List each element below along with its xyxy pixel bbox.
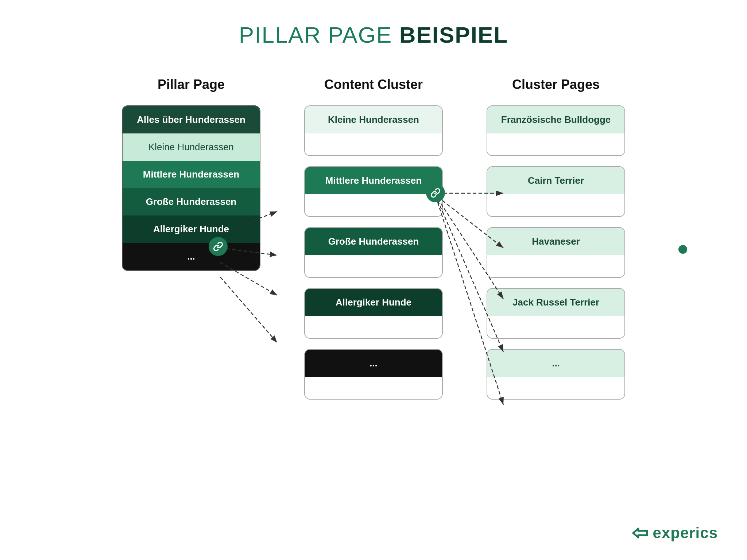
page-box-1: Cairn Terrier bbox=[487, 166, 625, 217]
cluster-box-0: Kleine Hunderassen bbox=[304, 105, 443, 156]
green-dot bbox=[678, 245, 687, 254]
page-body-3 bbox=[487, 316, 624, 338]
page-body-2 bbox=[487, 255, 624, 277]
diagram-area: Pillar Page Alles über Hunderassen Klein… bbox=[0, 77, 747, 410]
page-header-0: Französische Bulldogge bbox=[487, 106, 624, 133]
page-box-3: Jack Russel Terrier bbox=[487, 288, 625, 339]
pillar-column: Pillar Page Alles über Hunderassen Klein… bbox=[122, 77, 260, 271]
link-icon-left bbox=[209, 237, 228, 256]
pillar-heading: Pillar Page bbox=[158, 77, 225, 92]
title-thin: PILLAR PAGE bbox=[239, 22, 392, 47]
cluster-box-3: Allergiker Hunde bbox=[304, 288, 443, 339]
pillar-box: Alles über Hunderassen Kleine Hunderasse… bbox=[122, 105, 260, 271]
pillar-item-0: Alles über Hunderassen bbox=[123, 106, 260, 133]
page-body-1 bbox=[487, 194, 624, 216]
pillar-item-1: Kleine Hunderassen bbox=[123, 133, 260, 161]
cluster-column: Content Cluster Kleine Hunderassen Mittl… bbox=[304, 77, 443, 410]
logo: experics bbox=[630, 524, 718, 542]
link-icon-right bbox=[426, 183, 445, 202]
pages-heading: Cluster Pages bbox=[512, 77, 600, 92]
pillar-item-2: Mittlere Hunderassen bbox=[123, 161, 260, 188]
cluster-body-1 bbox=[305, 194, 442, 216]
logo-icon bbox=[630, 526, 650, 540]
cluster-header-1: Mittlere Hunderassen bbox=[305, 167, 442, 194]
cluster-header-4: ... bbox=[305, 350, 442, 377]
pillar-item-4: Allergiker Hunde bbox=[123, 215, 260, 243]
cluster-box-2: Große Hunderassen bbox=[304, 227, 443, 278]
page-header-4: ... bbox=[487, 350, 624, 377]
pages-column: Cluster Pages Französische Bulldogge Cai… bbox=[487, 77, 625, 410]
cluster-body-0 bbox=[305, 133, 442, 155]
page-body-4 bbox=[487, 377, 624, 399]
page-title: PILLAR PAGE BEISPIEL bbox=[0, 0, 747, 48]
pillar-item-3: Große Hunderassen bbox=[123, 188, 260, 215]
cluster-body-2 bbox=[305, 255, 442, 277]
cluster-box-4: ... bbox=[304, 349, 443, 400]
cluster-heading: Content Cluster bbox=[324, 77, 423, 92]
cluster-body-3 bbox=[305, 316, 442, 338]
cluster-header-0: Kleine Hunderassen bbox=[305, 106, 442, 133]
page-body-0 bbox=[487, 133, 624, 155]
page-header-2: Havaneser bbox=[487, 228, 624, 255]
cluster-header-3: Allergiker Hunde bbox=[305, 289, 442, 316]
page-box-4: ... bbox=[487, 349, 625, 400]
title-bold: BEISPIEL bbox=[399, 22, 508, 47]
page-box-0: Französische Bulldogge bbox=[487, 105, 625, 156]
page-box-2: Havaneser bbox=[487, 227, 625, 278]
cluster-header-2: Große Hunderassen bbox=[305, 228, 442, 255]
page-header-1: Cairn Terrier bbox=[487, 167, 624, 194]
page-header-3: Jack Russel Terrier bbox=[487, 289, 624, 316]
cluster-body-4 bbox=[305, 377, 442, 399]
cluster-box-1: Mittlere Hunderassen bbox=[304, 166, 443, 217]
pillar-item-5: ... bbox=[123, 243, 260, 270]
logo-text: experics bbox=[653, 524, 718, 542]
